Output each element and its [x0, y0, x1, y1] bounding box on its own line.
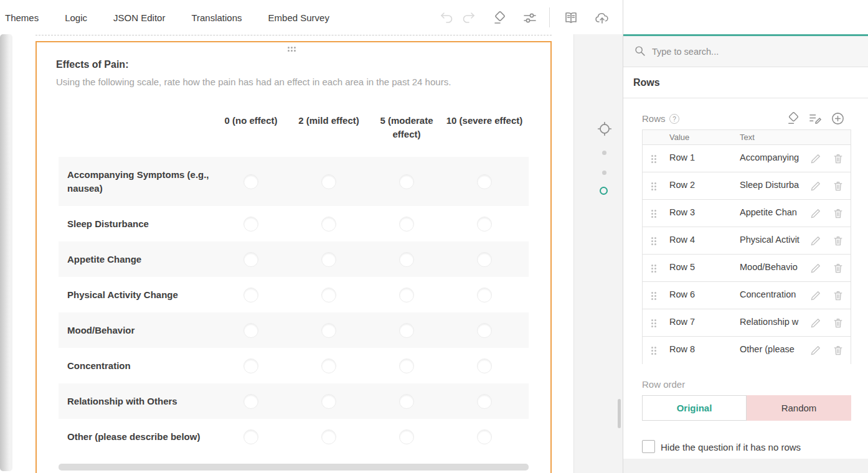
drag-handle-icon[interactable]: [651, 292, 656, 300]
row-text-cell[interactable]: Concentration: [740, 289, 803, 299]
matrix-radio[interactable]: [321, 252, 336, 267]
matrix-radio[interactable]: [243, 323, 258, 338]
edit-icon[interactable]: [809, 152, 822, 165]
edit-icon[interactable]: [809, 344, 822, 357]
matrix-row-label[interactable]: Appetite Change: [67, 253, 220, 266]
matrix-row-label[interactable]: Accompanying Symptoms (e.g., nausea): [67, 168, 220, 195]
edit-icon[interactable]: [809, 289, 822, 302]
matrix-row-label[interactable]: Physical Activity Change: [67, 288, 220, 302]
matrix-radio[interactable]: [399, 252, 414, 267]
matrix-radio[interactable]: [477, 174, 492, 189]
matrix-row-label[interactable]: Mood/Behavior: [67, 324, 220, 337]
delete-icon[interactable]: [832, 262, 844, 274]
row-value-cell[interactable]: Row 4: [669, 235, 695, 245]
add-row-icon[interactable]: [831, 111, 845, 126]
row-text-cell[interactable]: Accompanying: [740, 152, 803, 162]
fast-entry-icon[interactable]: [808, 111, 823, 126]
page-dot-icon[interactable]: [602, 171, 606, 175]
matrix-radio[interactable]: [243, 429, 258, 444]
page-dot-icon[interactable]: [602, 151, 606, 155]
delete-icon[interactable]: [832, 289, 844, 302]
horizontal-scrollbar[interactable]: [59, 464, 529, 471]
undo-icon[interactable]: [440, 11, 455, 26]
search-input[interactable]: [652, 44, 857, 59]
row-value-cell[interactable]: Row 1: [669, 152, 695, 162]
matrix-radio[interactable]: [243, 252, 258, 267]
matrix-radio[interactable]: [399, 217, 414, 232]
page-navigator-icon[interactable]: [597, 121, 613, 137]
edit-icon[interactable]: [809, 317, 822, 329]
drag-handle-icon[interactable]: [651, 155, 656, 163]
matrix-radio[interactable]: [477, 323, 492, 338]
question-title[interactable]: Effects of Pain:: [56, 59, 128, 70]
matrix-radio[interactable]: [243, 288, 258, 302]
drag-handle-icon[interactable]: [651, 237, 656, 245]
help-icon[interactable]: ?: [669, 114, 679, 124]
matrix-radio[interactable]: [399, 429, 414, 444]
delete-icon[interactable]: [832, 180, 844, 192]
delete-icon[interactable]: [832, 344, 844, 357]
matrix-radio[interactable]: [399, 358, 414, 373]
preview-icon[interactable]: [564, 11, 578, 26]
matrix-column-header[interactable]: 2 (mild effect): [288, 114, 369, 128]
current-page-dot-icon[interactable]: [600, 187, 608, 195]
drag-grip-icon[interactable]: [288, 47, 296, 52]
delete-icon[interactable]: [832, 152, 844, 165]
row-value-cell[interactable]: Row 7: [669, 317, 695, 327]
matrix-radio[interactable]: [477, 252, 492, 267]
edit-icon[interactable]: [809, 180, 822, 192]
row-text-cell[interactable]: Physical Activit: [740, 235, 803, 245]
matrix-row-label[interactable]: Relationship with Others: [67, 395, 220, 408]
delete-icon[interactable]: [832, 317, 844, 329]
matrix-radio[interactable]: [477, 358, 492, 373]
hide-question-checkbox[interactable]: [642, 440, 655, 453]
matrix-radio[interactable]: [243, 217, 258, 232]
matrix-radio[interactable]: [399, 394, 414, 409]
matrix-column-header[interactable]: 5 (moderate effect): [366, 114, 447, 141]
row-value-cell[interactable]: Row 6: [669, 289, 695, 299]
row-text-cell[interactable]: Appetite Chan: [740, 207, 803, 217]
edit-icon[interactable]: [809, 235, 822, 247]
drag-handle-icon[interactable]: [651, 182, 656, 190]
matrix-row-label[interactable]: Sleep Disturbance: [67, 217, 220, 231]
drag-handle-icon[interactable]: [651, 210, 656, 218]
matrix-radio[interactable]: [399, 323, 414, 338]
tab-json-editor[interactable]: JSON Editor: [113, 12, 165, 23]
vertical-scrollbar[interactable]: [618, 399, 621, 428]
row-value-cell[interactable]: Row 3: [669, 207, 695, 217]
row-order-random-button[interactable]: Random: [747, 395, 851, 421]
matrix-radio[interactable]: [399, 174, 414, 189]
matrix-radio[interactable]: [321, 394, 336, 409]
redo-icon[interactable]: [461, 11, 476, 26]
matrix-row-label[interactable]: Other (please describe below): [67, 430, 220, 444]
settings-icon[interactable]: [522, 11, 537, 26]
row-text-cell[interactable]: Sleep Disturba: [740, 180, 803, 190]
left-scrollbar[interactable]: [0, 34, 12, 471]
matrix-radio[interactable]: [321, 217, 336, 232]
row-value-cell[interactable]: Row 8: [669, 344, 695, 354]
tab-themes[interactable]: Themes: [5, 12, 39, 23]
matrix-radio[interactable]: [477, 217, 492, 232]
drag-handle-icon[interactable]: [651, 265, 656, 273]
edit-icon[interactable]: [809, 262, 822, 274]
drag-handle-icon[interactable]: [651, 319, 656, 327]
matrix-radio[interactable]: [321, 323, 336, 338]
matrix-radio[interactable]: [321, 288, 336, 302]
edit-icon[interactable]: [809, 207, 822, 220]
matrix-radio[interactable]: [321, 429, 336, 444]
matrix-radio[interactable]: [321, 174, 336, 189]
row-text-cell[interactable]: Mood/Behavio: [740, 262, 803, 272]
row-text-cell[interactable]: Relationship w: [740, 317, 803, 327]
row-value-cell[interactable]: Row 5: [669, 262, 695, 272]
matrix-radio[interactable]: [477, 394, 492, 409]
matrix-column-header[interactable]: 10 (severe effect): [444, 114, 525, 128]
matrix-radio[interactable]: [477, 288, 492, 302]
matrix-radio[interactable]: [243, 174, 258, 189]
matrix-radio[interactable]: [477, 429, 492, 444]
row-value-cell[interactable]: Row 2: [669, 180, 695, 190]
drag-handle-icon[interactable]: [651, 347, 656, 355]
row-order-original-button[interactable]: Original: [642, 395, 747, 421]
eraser-icon[interactable]: [492, 11, 507, 26]
matrix-row-label[interactable]: Concentration: [67, 359, 220, 373]
matrix-radio[interactable]: [243, 358, 258, 373]
